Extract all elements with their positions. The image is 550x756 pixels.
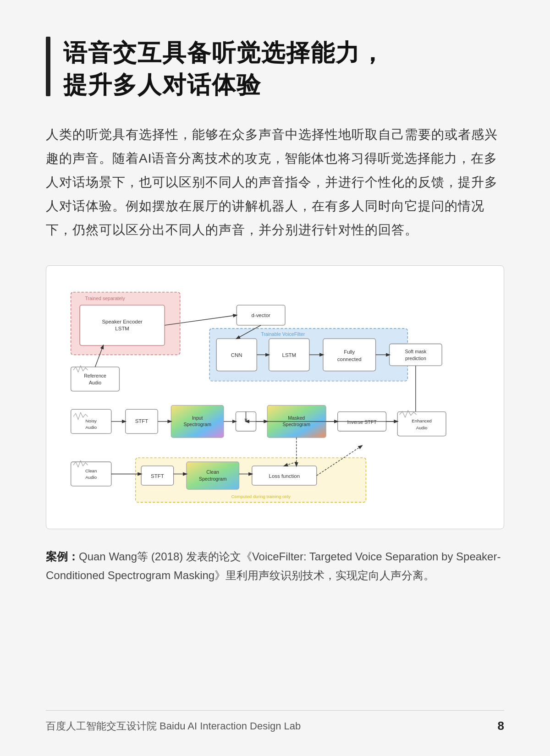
stft2-label: STFT (151, 474, 164, 479)
page-title: 语音交互具备听觉选择能力，提升多人对话体验 (63, 37, 385, 101)
trained-separately-label: Trained separately (85, 296, 126, 301)
svg-rect-32 (71, 462, 111, 486)
clean-audio-label-1: Clean (85, 468, 97, 473)
fully-connected-label-2: connected (337, 356, 362, 362)
svg-rect-7 (323, 339, 376, 371)
lstm-label-1: LSTM (115, 326, 129, 332)
fully-connected-label-1: Fully (344, 349, 355, 355)
svg-rect-13 (71, 367, 120, 391)
clean-audio-label-2: Audio (85, 475, 97, 480)
soft-mask-label-2: prediction (405, 356, 426, 361)
d-vector-label: d-vector (251, 313, 270, 318)
cnn-label: CNN (231, 352, 242, 358)
svg-rect-29 (397, 412, 446, 436)
enhanced-audio-label-1: Enhanced (412, 419, 432, 424)
footer: 百度人工智能交互设计院 Baidu AI Interaction Design … (46, 710, 504, 733)
enhanced-audio-label-2: Audio (416, 426, 428, 431)
caption-text: Quan Wang等 (2018) 发表的论文《VoiceFilter: Tar… (46, 550, 500, 581)
stft1-label: STFT (135, 419, 148, 424)
svg-rect-1 (80, 305, 165, 345)
clean-spec-label-1: Clean (206, 470, 219, 475)
title-section: 语音交互具备听觉选择能力，提升多人对话体验 (46, 37, 504, 101)
loss-function-label: Loss function (269, 474, 300, 479)
speaker-encoder-label: Speaker Encoder (102, 319, 143, 324)
caption: 案例：Quan Wang等 (2018) 发表的论文《VoiceFilter: … (46, 548, 504, 585)
footer-page: 8 (498, 719, 504, 733)
input-spec-label-2: Spectrogram (183, 422, 211, 427)
diagram-svg: Trained separately Speaker Encoder LSTM … (63, 284, 487, 512)
noisy-audio-label-1: Noisy (86, 418, 97, 423)
noisy-audio-label-2: Audio (85, 425, 97, 430)
svg-rect-8 (390, 344, 442, 366)
computed-during-label: Computed during training only (231, 494, 291, 499)
footer-left: 百度人工智能交互设计院 Baidu AI Interaction Design … (46, 719, 301, 733)
masked-spec-label-2: Spectrogram (282, 422, 310, 427)
page: 语音交互具备听觉选择能力，提升多人对话体验 人类的听觉具有选择性，能够在众多声音… (0, 0, 550, 756)
clean-spec-label-2: Spectrogram (199, 476, 227, 482)
masked-spec-label-1: Masked (288, 416, 305, 421)
title-bar (46, 37, 50, 96)
diagram-container: Trained separately Speaker Encoder LSTM … (46, 265, 504, 529)
inverse-stft-label: Inverse STFT (347, 419, 377, 425)
reference-audio-label-2: Audio (89, 380, 101, 385)
trainable-voicefilter-label: Trainable VoiceFilter (261, 331, 305, 337)
input-spec-label-1: Input (192, 416, 203, 421)
soft-mask-label-1: Soft mask (405, 349, 427, 354)
caption-prefix: 案例： (46, 550, 79, 563)
reference-audio-label-1: Reference (84, 373, 106, 378)
lstm-label-2: LSTM (282, 352, 297, 358)
body-text: 人类的听觉具有选择性，能够在众多声音中选择性地听取自己需要的或者感兴趣的声音。随… (46, 123, 504, 241)
